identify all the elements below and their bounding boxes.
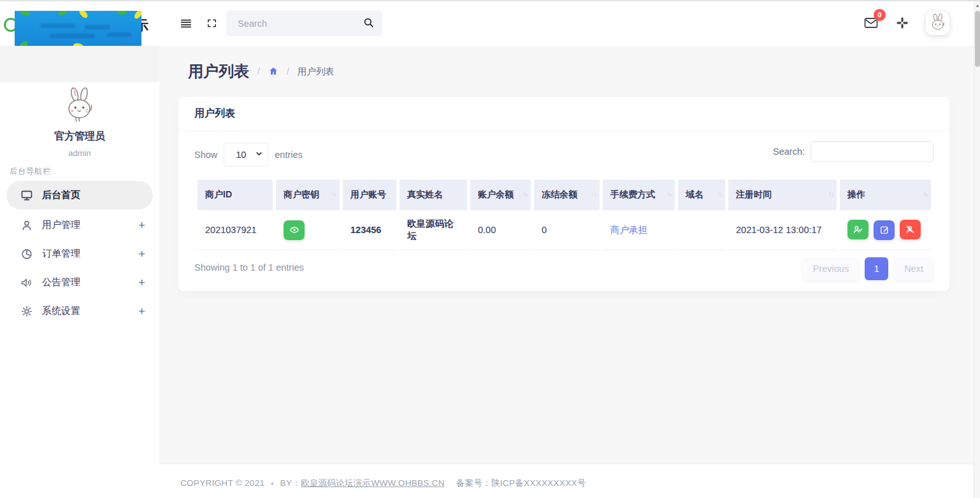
breadcrumb: 用户列表 / / 用户列表 <box>188 61 335 82</box>
col-real-name: 真实姓名 <box>400 180 467 210</box>
profile-role: admin <box>0 148 159 158</box>
expand-plus-icon[interactable]: + <box>138 304 145 318</box>
sidebar-item-dashboard[interactable]: 后台首页 <box>6 181 153 210</box>
navbar-search <box>226 10 382 36</box>
cell-domain <box>678 210 725 250</box>
expand-plus-icon[interactable]: + <box>138 218 145 232</box>
ban-user-button[interactable] <box>900 220 921 239</box>
table-row: 2021037921 123456 欧皇源码论坛 0.00 0 <box>198 210 931 250</box>
edit-icon <box>879 225 890 235</box>
cell-register-time: 2021-03-12 13:00:17 <box>728 210 837 250</box>
expand-plus-icon[interactable]: + <box>138 276 145 290</box>
sort-icon: ↑↓ <box>591 190 596 197</box>
leaf-decoration <box>116 11 127 16</box>
demo-watermark-banner <box>15 11 141 46</box>
length-suffix: entries <box>275 150 303 160</box>
sidebar-item-settings[interactable]: 系统设置 + <box>0 297 159 325</box>
footer-beian-label: 备案号： <box>456 478 491 488</box>
col-balance[interactable]: 账户余额↑↓ <box>470 180 531 210</box>
cell-merchant-id: 2021037921 <box>198 210 273 250</box>
user-icon <box>20 219 33 232</box>
sidebar: 示 <box>0 0 159 498</box>
table-header-row: 商户ID 商户密钥↑↓ 用户账号 真实姓名 账户余额↑↓ 冻结余额↑↓ 手续费方… <box>198 180 931 210</box>
page-title: 用户列表 <box>188 61 249 82</box>
col-register-time[interactable]: 注册时间↑↓ <box>728 180 837 210</box>
sidebar-item-users[interactable]: 用户管理 + <box>0 211 159 239</box>
sidebar-menu: 后台首页 用户管理 + 订单管理 + 公告管理 + <box>0 181 159 325</box>
banner-smudge <box>40 24 75 28</box>
table-search-input[interactable] <box>811 141 933 162</box>
slack-icon[interactable] <box>895 16 909 30</box>
cell-account: 123456 <box>343 210 396 250</box>
sidebar-item-label: 用户管理 <box>42 219 138 231</box>
user-check-icon <box>853 224 863 235</box>
top-navbar: 0 <box>159 0 974 46</box>
sidebar-item-announcements[interactable]: 公告管理 + <box>0 268 159 297</box>
gear-icon <box>20 305 33 318</box>
eye-icon <box>289 225 299 235</box>
main-content: 用户列表 / / 用户列表 用户列表 Show 10 entri <box>159 46 974 464</box>
cell-balance: 0.00 <box>470 210 531 250</box>
col-actions[interactable]: 操作↑↓ <box>840 180 931 210</box>
expand-plus-icon[interactable]: + <box>138 247 145 261</box>
page-length-select[interactable]: 10 <box>224 143 268 166</box>
pie-chart-icon <box>20 248 33 260</box>
sort-icon: ↑↓ <box>717 190 721 197</box>
table-info: Showing 1 to 1 of 1 entries <box>194 262 304 273</box>
cell-frozen: 0 <box>534 210 600 250</box>
sidebar-logo[interactable]: 示 <box>0 0 159 46</box>
col-frozen[interactable]: 冻结余额↑↓ <box>534 180 600 210</box>
banner-smudge <box>85 25 110 29</box>
user-avatar-button[interactable] <box>926 11 949 35</box>
user-list-card: 用户列表 Show 10 entries Search: <box>178 97 949 291</box>
cell-real-name: 欧皇源码论坛 <box>400 210 467 250</box>
menu-toggle-icon[interactable] <box>180 18 192 29</box>
col-fee-mode[interactable]: 手续费方式↑↓ <box>603 180 675 210</box>
window-top-border <box>0 0 980 1</box>
footer-copyright: COPYRIGHT © 2021 <box>180 478 264 488</box>
sort-icon: ↑↓ <box>667 190 671 197</box>
cell-actions <box>840 210 931 250</box>
sidebar-item-orders[interactable]: 订单管理 + <box>0 239 159 268</box>
scrollbar-thumb[interactable] <box>975 11 980 67</box>
approve-user-button[interactable] <box>847 220 868 239</box>
sidebar-section-label: 后台导航栏 <box>10 166 51 177</box>
leaf-decoration <box>19 11 31 17</box>
show-key-button[interactable] <box>284 220 305 240</box>
breadcrumb-separator: / <box>257 66 260 76</box>
banner-smudge <box>50 34 94 38</box>
next-page-button[interactable]: Next <box>894 257 933 280</box>
scrollbar-up-arrow[interactable]: ▲ <box>974 1 980 10</box>
avatar-rabbit-image <box>928 13 948 33</box>
leaf-decoration <box>18 40 29 46</box>
table-footer: Showing 1 to 1 of 1 entries Previous 1 N… <box>194 257 933 283</box>
sidebar-item-label: 公告管理 <box>42 276 138 288</box>
footer-bullet: • <box>271 480 273 487</box>
search-input[interactable] <box>238 10 356 36</box>
sidebar-gray-band <box>0 46 159 82</box>
search-icon[interactable] <box>363 17 375 29</box>
pagination: Previous 1 Next <box>803 257 933 280</box>
home-icon[interactable] <box>268 66 278 76</box>
fullscreen-icon[interactable] <box>206 18 217 29</box>
col-merchant-key[interactable]: 商户密钥↑↓ <box>276 180 340 210</box>
sort-icon: ↑↓ <box>522 190 527 197</box>
messages-button[interactable]: 0 <box>863 15 879 31</box>
current-page-button[interactable]: 1 <box>865 257 888 280</box>
navbar-right: 0 <box>863 0 949 46</box>
previous-page-button[interactable]: Previous <box>803 257 859 280</box>
col-domain[interactable]: 域名↑↓ <box>678 180 725 210</box>
footer-site-link[interactable]: 欧皇源码论坛演示WWW.OHBBS.CN <box>301 478 445 488</box>
messages-count-badge: 0 <box>874 9 886 21</box>
sort-icon: ↑↓ <box>331 190 336 197</box>
leaf-decoration <box>78 11 89 20</box>
sidebar-profile: 官方管理员 admin <box>0 85 159 158</box>
speaker-icon <box>20 276 33 289</box>
table-controls: Show 10 entries Search: <box>194 141 933 167</box>
fee-mode-link[interactable]: 商户承担 <box>610 225 647 235</box>
table-wrapper: 商户ID 商户密钥↑↓ 用户账号 真实姓名 账户余额↑↓ 冻结余额↑↓ 手续费方… <box>194 180 934 250</box>
col-account: 用户账号 <box>343 180 396 210</box>
edit-user-button[interactable] <box>874 220 895 240</box>
sidebar-item-label: 系统设置 <box>42 305 138 317</box>
vertical-scrollbar[interactable]: ▲ <box>974 0 980 498</box>
